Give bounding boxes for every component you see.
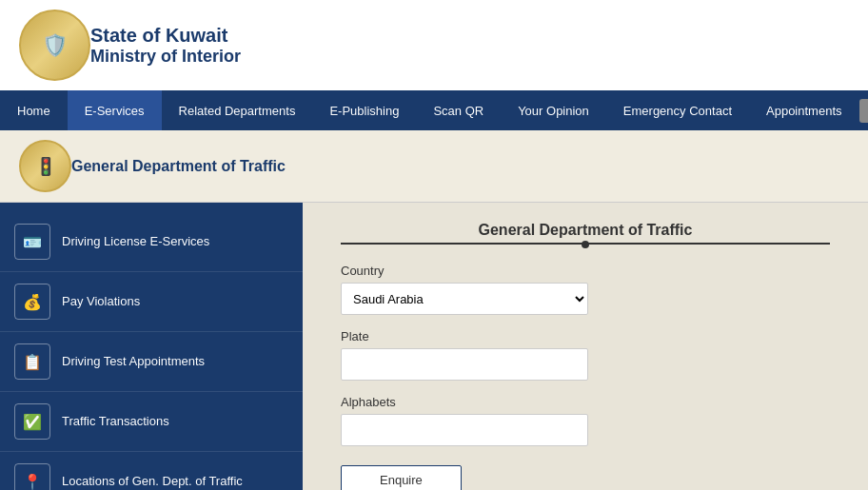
- driving-test-icon: 📋: [14, 343, 50, 380]
- form-title-text: General Department of Traffic: [341, 222, 830, 245]
- enquire-button[interactable]: Enquire: [341, 465, 462, 490]
- title-underline: [341, 243, 830, 245]
- plate-group: Plate: [341, 329, 830, 381]
- ministry-logo: 🛡️: [19, 10, 90, 81]
- sidebar-driving-test-label: Driving Test Appointments: [62, 354, 205, 370]
- sidebar-pay-violations-label: Pay Violations: [62, 294, 140, 310]
- plate-label: Plate: [341, 329, 830, 343]
- country-group: Country Saudi Arabia Kuwait UAE Qatar Ba…: [341, 264, 830, 315]
- header-title-line1: State of Kuwait: [90, 25, 241, 47]
- nav-your-opinion[interactable]: Your Opinion: [501, 90, 606, 130]
- form-title-bar: General Department of Traffic: [341, 222, 830, 245]
- form-area: General Department of Traffic Country Sa…: [303, 203, 868, 490]
- sidebar-traffic-transactions-label: Traffic Transactions: [62, 414, 169, 430]
- country-label: Country: [341, 264, 830, 278]
- sidebar: 🪪 Driving License E-Services 💰 Pay Viola…: [0, 203, 303, 490]
- sidebar-item-driving-test[interactable]: 📋 Driving Test Appointments: [0, 332, 303, 392]
- header-text: State of Kuwait Ministry of Interior: [90, 25, 241, 67]
- header: 🛡️ State of Kuwait Ministry of Interior: [0, 0, 868, 90]
- alphabets-label: Alphabets: [341, 395, 830, 409]
- dept-logo: 🚦: [19, 140, 71, 192]
- sidebar-item-driving-license[interactable]: 🪪 Driving License E-Services: [0, 212, 303, 272]
- traffic-transactions-icon: ✅: [14, 403, 50, 440]
- nav-appointments[interactable]: Appointments: [749, 90, 859, 130]
- nav-eservices[interactable]: E-Services: [68, 90, 162, 130]
- alphabets-input[interactable]: [341, 414, 588, 446]
- driving-license-icon: 🪪: [14, 224, 50, 260]
- pay-violations-icon: 💰: [14, 284, 50, 320]
- nav-epublishing[interactable]: E-Publishing: [312, 90, 416, 130]
- sidebar-locations-label: Locations of Gen. Dept. of Traffic: [62, 474, 243, 490]
- sidebar-item-locations[interactable]: 📍 Locations of Gen. Dept. of Traffic: [0, 452, 303, 490]
- sidebar-item-pay-violations[interactable]: 💰 Pay Violations: [0, 272, 303, 332]
- navbar: Home E-Services Related Departments E-Pu…: [0, 90, 868, 130]
- header-title-line2: Ministry of Interior: [90, 47, 241, 67]
- dept-title: General Department of Traffic: [71, 158, 286, 175]
- alphabets-group: Alphabets: [341, 395, 830, 446]
- nav-emergency-contact[interactable]: Emergency Contact: [606, 90, 749, 130]
- dept-header: 🚦 General Department of Traffic: [0, 130, 868, 203]
- plate-input[interactable]: [341, 348, 588, 381]
- sidebar-driving-license-label: Driving License E-Services: [62, 234, 209, 250]
- nav-scanqr[interactable]: Scan QR: [416, 90, 501, 130]
- nav-related-departments[interactable]: Related Departments: [162, 90, 313, 130]
- sidebar-item-traffic-transactions[interactable]: ✅ Traffic Transactions: [0, 392, 303, 452]
- nav-arabic-button[interactable]: عربي: [859, 99, 869, 123]
- nav-home[interactable]: Home: [0, 90, 68, 130]
- main-content: 🪪 Driving License E-Services 💰 Pay Viola…: [0, 203, 868, 490]
- locations-icon: 📍: [14, 463, 50, 490]
- country-select[interactable]: Saudi Arabia Kuwait UAE Qatar Bahrain Om…: [341, 283, 588, 315]
- form-title: General Department of Traffic: [479, 222, 693, 239]
